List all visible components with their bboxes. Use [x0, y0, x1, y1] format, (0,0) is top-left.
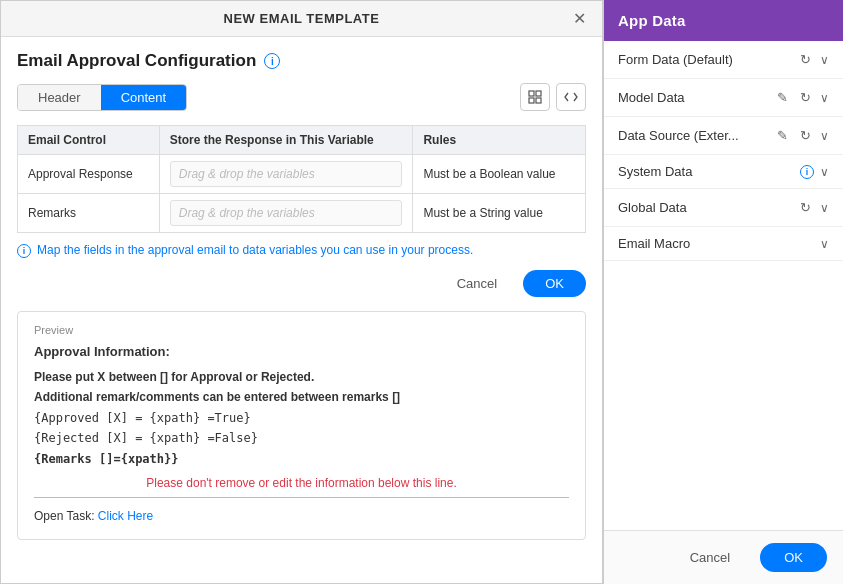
row2-drop-field[interactable]: Drag & drop the variables — [170, 200, 403, 226]
page-title: Email Approval Configuration — [17, 51, 256, 71]
row2-rule: Must be a String value — [413, 194, 586, 233]
svg-rect-3 — [536, 98, 541, 103]
data-source-chevron-icon[interactable]: ∨ — [820, 129, 829, 143]
bottom-action-row: Cancel OK — [604, 530, 843, 584]
action-buttons: Cancel OK — [17, 270, 586, 297]
right-bottom-spacer — [604, 286, 843, 531]
row1-variable-cell: Drag & drop the variables — [159, 155, 413, 194]
content-area: Email Approval Configuration i Header Co… — [1, 37, 602, 583]
row2-control: Remarks — [18, 194, 160, 233]
tabs-container: Header Content — [17, 84, 187, 111]
data-source-edit-icon[interactable]: ✎ — [774, 126, 791, 145]
app-data-item-model-data[interactable]: Model Data ✎ ↻ ∨ — [604, 79, 843, 117]
app-data-item-form-data[interactable]: Form Data (Default) ↻ ∨ — [604, 41, 843, 79]
form-data-label: Form Data (Default) — [618, 52, 791, 67]
system-data-info-icon[interactable]: i — [800, 165, 814, 179]
tab-header[interactable]: Header — [18, 85, 101, 110]
row2-variable-cell: Drag & drop the variables — [159, 194, 413, 233]
app-data-item-email-macro[interactable]: Email Macro ∨ — [604, 227, 843, 261]
app-data-item-data-source[interactable]: Data Source (Exter... ✎ ↻ ∨ — [604, 117, 843, 155]
app-data-item-global-data[interactable]: Global Data ↻ ∨ — [604, 189, 843, 227]
data-source-label: Data Source (Exter... — [618, 128, 768, 143]
close-button[interactable]: ✕ — [567, 9, 592, 29]
app-data-header: App Data — [604, 0, 843, 41]
col-rules: Rules — [413, 126, 586, 155]
model-data-edit-icon[interactable]: ✎ — [774, 88, 791, 107]
footer-cancel-button[interactable]: Cancel — [670, 543, 750, 572]
preview-line-3: {Approved [X] = {xpath} =True} — [34, 408, 569, 428]
global-data-refresh-icon[interactable]: ↻ — [797, 198, 814, 217]
col-email-control: Email Control — [18, 126, 160, 155]
email-macro-chevron-icon[interactable]: ∨ — [820, 237, 829, 251]
svg-rect-2 — [529, 98, 534, 103]
page-info-icon[interactable]: i — [264, 53, 280, 69]
preview-label: Preview — [34, 324, 569, 336]
preview-body: Please put X between [] for Approval or … — [34, 367, 569, 527]
email-macro-label: Email Macro — [618, 236, 814, 251]
tab-content[interactable]: Content — [101, 85, 187, 110]
data-source-refresh-icon[interactable]: ↻ — [797, 126, 814, 145]
row1-drop-field[interactable]: Drag & drop the variables — [170, 161, 403, 187]
cancel-button[interactable]: Cancel — [439, 270, 515, 297]
footer-ok-button[interactable]: OK — [760, 543, 827, 572]
table-view-icon[interactable] — [520, 83, 550, 111]
table-row: Remarks Drag & drop the variables Must b… — [18, 194, 586, 233]
svg-rect-1 — [536, 91, 541, 96]
view-icons — [520, 83, 586, 111]
email-control-table: Email Control Store the Response in This… — [17, 125, 586, 233]
system-data-chevron-icon[interactable]: ∨ — [820, 165, 829, 179]
preview-line-1: Please put X between [] for Approval or … — [34, 367, 569, 387]
form-data-refresh-icon[interactable]: ↻ — [797, 50, 814, 69]
preview-warning: Please don't remove or edit the informat… — [34, 473, 569, 493]
tabs-row: Header Content — [17, 83, 586, 111]
col-variable: Store the Response in This Variable — [159, 126, 413, 155]
info-note: i Map the fields in the approval email t… — [17, 243, 586, 258]
preview-divider — [34, 497, 569, 498]
ok-button[interactable]: OK — [523, 270, 586, 297]
window-title: NEW EMAIL TEMPLATE — [224, 11, 380, 26]
code-view-icon[interactable] — [556, 83, 586, 111]
app-data-list: Form Data (Default) ↻ ∨ Model Data ✎ ↻ ∨… — [604, 41, 843, 286]
info-note-icon: i — [17, 244, 31, 258]
preview-line-2: Additional remark/comments can be entere… — [34, 387, 569, 407]
title-bar: NEW EMAIL TEMPLATE ✕ — [1, 1, 602, 37]
svg-rect-0 — [529, 91, 534, 96]
model-data-label: Model Data — [618, 90, 768, 105]
preview-box: Preview Approval Information: Please put… — [17, 311, 586, 540]
model-data-refresh-icon[interactable]: ↻ — [797, 88, 814, 107]
form-data-chevron-icon[interactable]: ∨ — [820, 53, 829, 67]
preview-line-4: {Rejected [X] = {xpath} =False} — [34, 428, 569, 448]
global-data-label: Global Data — [618, 200, 791, 215]
info-note-text: Map the fields in the approval email to … — [37, 243, 473, 257]
open-task-label: Open Task: — [34, 509, 94, 523]
row1-rule: Must be a Boolean value — [413, 155, 586, 194]
system-data-label: System Data — [618, 164, 794, 179]
preview-line-5: {Remarks []={xpath}} — [34, 449, 569, 469]
row1-control: Approval Response — [18, 155, 160, 194]
model-data-chevron-icon[interactable]: ∨ — [820, 91, 829, 105]
page-header: Email Approval Configuration i — [17, 51, 586, 71]
click-here-link[interactable]: Click Here — [98, 509, 153, 523]
preview-title: Approval Information: — [34, 344, 569, 359]
preview-open-task: Open Task: Click Here — [34, 506, 569, 526]
app-data-item-system-data[interactable]: System Data i ∨ — [604, 155, 843, 189]
table-row: Approval Response Drag & drop the variab… — [18, 155, 586, 194]
global-data-chevron-icon[interactable]: ∨ — [820, 201, 829, 215]
right-panel: App Data Form Data (Default) ↻ ∨ Model D… — [603, 0, 843, 584]
